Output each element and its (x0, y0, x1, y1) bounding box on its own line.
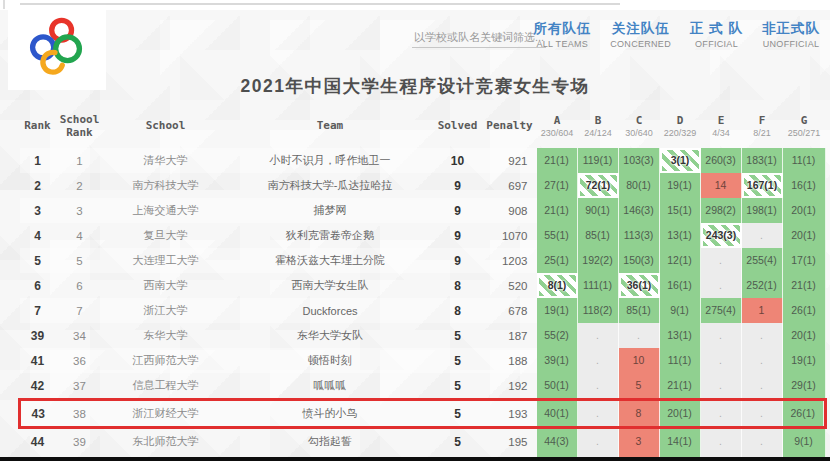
team-cell: 东华大学女队 (228, 323, 433, 348)
problem-result-cell: 11(1) (783, 148, 826, 173)
school-cell: 信息工程大学 (104, 373, 228, 400)
problem-result-cell: . (578, 428, 619, 455)
penalty-cell: 678 (483, 298, 537, 323)
problem-result-cell: . (742, 323, 783, 348)
result-ac: 298(2) (701, 198, 742, 223)
team-row[interactable]: 4237信息工程大学呱呱呱519250(1).521(1)..29(1) (20, 373, 826, 400)
problem-result-cell: 55(2) (537, 323, 578, 348)
result-none: . (701, 373, 742, 398)
team-row[interactable]: 77浙江大学Duckforces867819(1)118(2)85(1)9(1)… (20, 298, 826, 323)
result-ac: 119(1) (578, 148, 619, 173)
team-row[interactable]: 22南方科技大学南方科技大学-瓜达拉哈拉969727(1)72(1)80(1)1… (20, 173, 826, 198)
problem-result-cell: 298(2) (701, 198, 742, 223)
team-row[interactable]: 3934东华大学东华大学女队518755(2)..13(1)..20(1) (20, 323, 826, 348)
result-ac: 21(1) (537, 198, 578, 223)
school-cell: 江西师范大学 (104, 348, 228, 373)
filter-link-label-zh: 所有队伍 (533, 21, 591, 38)
scoreboard-page: 所有队伍ALL TEAMS关注队伍CONCERNED正 式 队OFFICIAL非… (0, 0, 830, 466)
penalty-cell: 1203 (483, 248, 537, 273)
team-row[interactable]: 55大连理工大学霍格沃兹大车埋土分院9120325(1)192(2)150(3)… (20, 248, 826, 273)
problem-result-cell: 17(1) (783, 248, 826, 273)
result-fb: 243(3) (701, 223, 742, 248)
team-row[interactable]: 11清华大学小时不识月，呼作地卫一1092121(1)119(1)103(3)3… (20, 148, 826, 173)
problem-header-f: F8/21 (742, 104, 783, 148)
team-row[interactable]: 44复旦大学狄利克雷卷帝企鹅9107055(1)85(1)113(3)13(1)… (20, 223, 826, 248)
team-cell: 勾指起誓 (228, 428, 433, 455)
school-rank-cell: 39 (56, 428, 104, 455)
team-row[interactable]: 33上海交通大学捕梦网990821(1)90(1)146(3)15(1)298(… (20, 198, 826, 223)
problem-result-cell: 9(1) (783, 428, 826, 455)
problem-result-cell: 19(1) (660, 173, 701, 198)
team-row[interactable]: 4439东北师范大学勾指起誓519544(3).314(1)..9(1) (20, 428, 826, 455)
solved-cell: 9 (433, 223, 483, 248)
filter-link-all-teams[interactable]: 所有队伍ALL TEAMS (533, 21, 591, 49)
problem-letter: F (759, 114, 766, 127)
result-ac: 21(1) (660, 373, 701, 398)
result-none: . (578, 323, 619, 348)
problem-result-cell: . (742, 348, 783, 373)
school-rank-cell: 7 (56, 298, 104, 323)
column-header-school: School (104, 104, 228, 148)
top-edge-tick (3, 0, 5, 9)
problem-result-cell: 113(3) (619, 223, 660, 248)
filter-link-label-zh: 关注队伍 (610, 21, 671, 38)
problem-result-cell: . (701, 323, 742, 348)
solved-cell: 5 (433, 428, 483, 455)
result-none: . (742, 348, 783, 373)
result-ac: 90(1) (578, 198, 619, 223)
school-cell: 清华大学 (104, 148, 228, 173)
result-ac: 85(1) (578, 223, 619, 248)
school-cell: 南方科技大学 (104, 173, 228, 198)
problem-result-cell: 14(1) (660, 428, 701, 455)
rank-cell: 5 (20, 248, 56, 273)
problem-result-cell: 255(4) (742, 248, 783, 273)
filter-link-unofficial[interactable]: 非正式队UNOFFICIAL (762, 21, 820, 49)
team-cell: 霍格沃兹大车埋土分院 (228, 248, 433, 273)
problem-stats: 24/124 (578, 128, 619, 139)
problem-result-cell: 21(1) (537, 148, 578, 173)
result-ac: 275(4) (701, 298, 742, 323)
column-header-rank: Rank (20, 104, 56, 148)
result-wa: 14 (701, 173, 742, 198)
result-ac: 20(1) (660, 401, 701, 426)
rank-cell: 3 (20, 198, 56, 223)
search-input[interactable] (412, 26, 546, 48)
problem-result-cell: 80(1) (619, 173, 660, 198)
problem-result-cell: 8 (619, 400, 660, 428)
result-ac: 255(4) (742, 248, 783, 273)
problem-result-cell: 13(1) (660, 323, 701, 348)
problem-letter: E (718, 114, 725, 127)
result-ac: 26(1) (783, 298, 826, 323)
filter-link-official[interactable]: 正 式 队OFFICIAL (690, 21, 743, 49)
result-ac: 80(1) (619, 173, 660, 198)
team-row[interactable]: 4136江西师范大学顿悟时刻518839(1).1011(1)..19(1) (20, 348, 826, 373)
problem-result-cell: 3(1) (660, 148, 701, 173)
page-title: 2021年中国大学生程序设计竞赛女生专场 (0, 74, 830, 98)
filter-link-concerned[interactable]: 关注队伍CONCERNED (610, 21, 671, 49)
result-ac: 146(3) (619, 198, 660, 223)
result-ac: 150(3) (619, 248, 660, 273)
team-row[interactable]: 66西南大学西南大学女生队85208(1)111(1)36(1)16(1).25… (20, 273, 826, 298)
problem-result-cell: . (701, 248, 742, 273)
problem-result-cell: 111(1) (578, 273, 619, 298)
result-none: . (578, 348, 619, 373)
problem-result-cell: 50(1) (537, 373, 578, 400)
team-row-highlighted[interactable]: 4338浙江财经大学愤斗的小鸟519340(1).820(1)..26(1) (20, 400, 826, 428)
solved-cell: 5 (433, 373, 483, 400)
result-ac: 183(1) (742, 148, 783, 173)
problem-result-cell: 36(1) (619, 273, 660, 298)
rank-cell: 41 (20, 348, 56, 373)
problem-result-cell: 29(1) (783, 373, 826, 400)
school-rank-cell: 1 (56, 148, 104, 173)
result-ac: 252(1) (742, 273, 783, 298)
result-ac: 12(1) (660, 248, 701, 273)
problem-result-cell: 243(3) (701, 223, 742, 248)
school-rank-cell: 3 (56, 198, 104, 223)
problem-stats: 220/329 (660, 128, 701, 139)
problem-stats: 4/34 (701, 128, 742, 139)
result-none: . (578, 373, 619, 398)
problem-result-cell: 21(1) (660, 373, 701, 400)
result-ac: 40(1) (537, 401, 578, 426)
column-header-school-rank: School Rank (56, 104, 104, 148)
result-ac: 16(1) (783, 173, 826, 198)
